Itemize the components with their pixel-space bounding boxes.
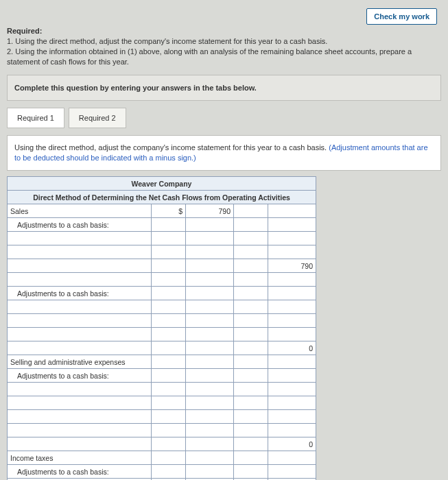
cell[interactable]	[8, 273, 152, 287]
cell[interactable]	[186, 287, 234, 300]
cell[interactable]	[268, 300, 316, 314]
check-my-work-button[interactable]: Check my work	[366, 8, 437, 25]
cell[interactable]	[152, 410, 186, 424]
cell[interactable]	[152, 424, 186, 437]
cell[interactable]	[268, 232, 316, 245]
cell[interactable]	[234, 451, 268, 465]
cell[interactable]	[8, 259, 152, 273]
cell[interactable]	[268, 204, 316, 218]
cell[interactable]	[186, 383, 234, 396]
row-sales: Sales	[8, 204, 152, 218]
cell[interactable]	[186, 410, 234, 424]
cell[interactable]	[152, 259, 186, 273]
cell[interactable]	[8, 245, 152, 259]
cell[interactable]	[152, 355, 186, 369]
cell-subtot-790[interactable]: 790	[268, 259, 316, 273]
cell[interactable]	[8, 232, 152, 245]
cell[interactable]	[234, 245, 268, 259]
cell[interactable]	[186, 273, 234, 287]
cell[interactable]	[8, 300, 152, 314]
cell[interactable]	[268, 383, 316, 396]
cell[interactable]	[268, 287, 316, 300]
cell[interactable]	[152, 341, 186, 355]
cell[interactable]	[234, 273, 268, 287]
cell[interactable]	[234, 259, 268, 273]
cell[interactable]	[186, 300, 234, 314]
cell-zero-1[interactable]: 0	[268, 341, 316, 355]
cell[interactable]	[268, 355, 316, 369]
cell[interactable]	[186, 424, 234, 437]
cell[interactable]	[234, 218, 268, 232]
cell[interactable]	[186, 232, 234, 245]
cell[interactable]	[268, 451, 316, 465]
cell[interactable]	[8, 424, 152, 437]
cell[interactable]	[8, 396, 152, 410]
row-adj-2: Adjustments to a cash basis:	[8, 287, 152, 300]
cell[interactable]	[186, 259, 234, 273]
cell[interactable]	[152, 396, 186, 410]
cell[interactable]	[268, 218, 316, 232]
cell-cur1[interactable]: $	[152, 204, 186, 218]
cell[interactable]	[186, 355, 234, 369]
tab-required-2[interactable]: Required 2	[69, 108, 126, 128]
cell[interactable]	[186, 314, 234, 328]
cell[interactable]	[152, 273, 186, 287]
cell[interactable]	[234, 341, 268, 355]
cell[interactable]	[152, 314, 186, 328]
cell[interactable]	[8, 314, 152, 328]
cell[interactable]	[186, 328, 234, 341]
cell[interactable]	[8, 341, 152, 355]
cell[interactable]	[268, 328, 316, 341]
cell[interactable]	[152, 245, 186, 259]
cell[interactable]	[186, 218, 234, 232]
cell[interactable]	[234, 328, 268, 341]
cell[interactable]	[268, 465, 316, 479]
row-income-taxes: Income taxes	[8, 451, 152, 465]
cell[interactable]	[268, 410, 316, 424]
cell[interactable]	[152, 437, 186, 451]
cell[interactable]	[268, 273, 316, 287]
cell[interactable]	[234, 204, 268, 218]
cell[interactable]	[268, 369, 316, 383]
cell[interactable]	[152, 369, 186, 383]
cell[interactable]	[234, 300, 268, 314]
cell[interactable]	[186, 465, 234, 479]
cell[interactable]	[152, 287, 186, 300]
cell[interactable]	[152, 451, 186, 465]
cell[interactable]	[152, 218, 186, 232]
cell[interactable]	[234, 383, 268, 396]
cell[interactable]	[268, 314, 316, 328]
cell[interactable]	[152, 383, 186, 396]
cell[interactable]	[234, 424, 268, 437]
cell[interactable]	[234, 232, 268, 245]
cell[interactable]	[8, 437, 152, 451]
cell[interactable]	[234, 465, 268, 479]
cell[interactable]	[268, 245, 316, 259]
cell[interactable]	[234, 287, 268, 300]
cell[interactable]	[234, 410, 268, 424]
cell[interactable]	[8, 410, 152, 424]
cell[interactable]	[152, 300, 186, 314]
cell[interactable]	[268, 424, 316, 437]
cell[interactable]	[234, 437, 268, 451]
cell[interactable]	[8, 328, 152, 341]
cell[interactable]	[186, 245, 234, 259]
cell-sales-amt[interactable]: 790	[186, 204, 234, 218]
cell[interactable]	[152, 328, 186, 341]
cell[interactable]	[152, 465, 186, 479]
row-sga: Selling and administrative expenses	[8, 355, 152, 369]
cell[interactable]	[186, 341, 234, 355]
cell-zero-2[interactable]: 0	[268, 437, 316, 451]
tab-required-1[interactable]: Required 1	[7, 108, 64, 128]
cell[interactable]	[268, 396, 316, 410]
cell[interactable]	[152, 232, 186, 245]
cell[interactable]	[234, 369, 268, 383]
cell[interactable]	[186, 451, 234, 465]
cell[interactable]	[186, 437, 234, 451]
cell[interactable]	[234, 314, 268, 328]
cell[interactable]	[8, 383, 152, 396]
cell[interactable]	[234, 396, 268, 410]
cell[interactable]	[234, 355, 268, 369]
cell[interactable]	[186, 369, 234, 383]
cell[interactable]	[186, 396, 234, 410]
